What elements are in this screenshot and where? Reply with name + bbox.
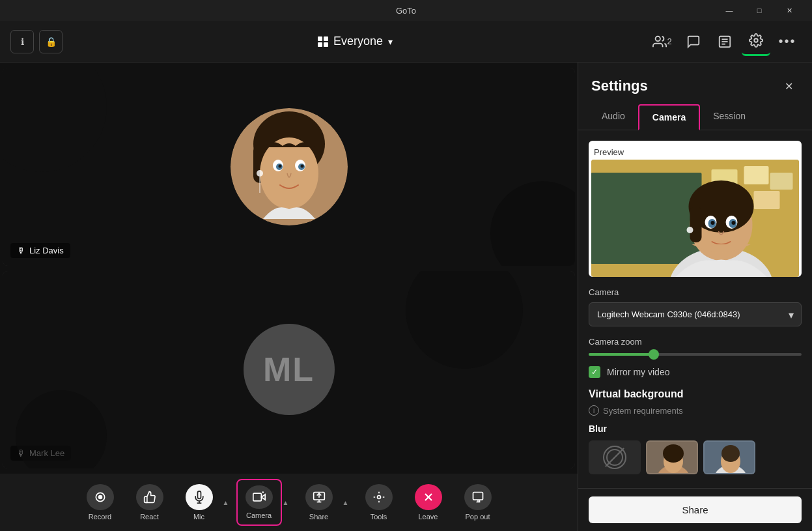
svg-point-17 <box>257 170 263 177</box>
svg-point-53 <box>687 227 693 233</box>
video-area: 🎙 Liz Davis ML 🎙 Mark Lee <box>0 63 578 531</box>
record-button[interactable]: Record <box>77 479 123 526</box>
mic-label: Mic <box>193 513 204 521</box>
mark-avatar: ML <box>244 324 335 415</box>
participants-button[interactable]: 2 <box>648 27 677 56</box>
svg-rect-36 <box>591 173 702 264</box>
record-icon <box>87 484 114 510</box>
everyone-label: Everyone <box>333 35 383 48</box>
minimize-button[interactable]: — <box>714 0 744 21</box>
share-footer: Share <box>578 488 812 531</box>
chat-button[interactable] <box>679 27 708 56</box>
info-icon: ℹ <box>21 36 24 47</box>
share-chevron-button[interactable]: ▲ <box>339 489 352 516</box>
mic-icon <box>186 484 213 510</box>
react-label: React <box>140 513 159 521</box>
settings-button[interactable] <box>742 27 770 56</box>
svg-line-55 <box>608 450 622 465</box>
tools-label: Tools <box>371 513 387 521</box>
info-icon-small: i <box>589 405 599 416</box>
svg-point-51 <box>711 221 715 225</box>
camera-group: Camera ▲ <box>236 479 292 526</box>
popout-icon <box>464 484 492 510</box>
bg-person-option-1[interactable] <box>646 440 698 474</box>
zoom-thumb[interactable] <box>649 349 659 360</box>
svg-point-16 <box>300 164 303 167</box>
leave-button[interactable]: Leave <box>406 479 451 526</box>
top-bar: ℹ 🔒 Everyone ▾ 2 <box>0 21 812 63</box>
svg-point-54 <box>607 450 623 465</box>
mirror-label: Mirror my video <box>607 367 669 377</box>
mirror-row: ✓ Mirror my video <box>589 366 802 378</box>
everyone-button[interactable]: Everyone ▾ <box>318 35 393 48</box>
bg-person-option-2[interactable] <box>703 440 755 474</box>
system-requirements[interactable]: i System requirements <box>589 405 802 416</box>
zoom-label: Camera zoom <box>589 337 802 347</box>
maximize-button[interactable]: □ <box>744 0 774 21</box>
more-button[interactable]: ••• <box>773 27 802 56</box>
share-group: Share ▲ <box>296 479 352 526</box>
svg-point-0 <box>656 36 660 40</box>
ellipsis-icon: ••• <box>778 34 796 49</box>
settings-header: Settings ✕ <box>578 63 812 104</box>
svg-rect-38 <box>744 166 769 184</box>
tools-icon <box>365 484 393 510</box>
camera-chevron-button[interactable]: ▲ <box>279 489 292 516</box>
mirror-checkbox[interactable]: ✓ <box>589 366 600 378</box>
react-button[interactable]: React <box>127 479 173 526</box>
zoom-fill <box>589 353 652 356</box>
video-panel-liz: 🎙 Liz Davis <box>3 68 575 266</box>
svg-point-52 <box>732 221 736 225</box>
window-controls: — □ ✕ <box>714 0 804 21</box>
share-label: Share <box>309 513 328 521</box>
tab-camera[interactable]: Camera <box>638 104 700 130</box>
camera-icon <box>245 485 273 509</box>
bg-options <box>589 440 802 474</box>
leave-icon <box>415 484 442 510</box>
svg-rect-41 <box>754 191 780 209</box>
preview-box: Preview <box>589 141 802 277</box>
close-button[interactable]: ✕ <box>774 0 804 21</box>
virtual-bg-title: Virtual background <box>589 388 802 400</box>
settings-close-button[interactable]: ✕ <box>778 76 799 96</box>
video-panel-mark: ML 🎙 Mark Lee <box>3 271 575 469</box>
camera-select[interactable]: Logitech Webcam C930e (046d:0843) Defaul… <box>589 302 802 326</box>
settings-panel: Settings ✕ Audio Camera Session Preview <box>578 63 812 531</box>
info-button[interactable]: ℹ <box>10 30 34 53</box>
mic-chevron-button[interactable]: ▲ <box>219 489 232 516</box>
svg-point-15 <box>278 164 281 167</box>
camera-label: Camera <box>589 287 802 297</box>
svg-point-20 <box>98 495 102 500</box>
popout-label: Pop out <box>466 513 490 521</box>
share-footer-button[interactable]: Share <box>589 496 802 523</box>
preview-label: Preview <box>591 143 799 160</box>
tab-session[interactable]: Session <box>700 104 759 130</box>
svg-marker-23 <box>261 495 265 500</box>
zoom-slider-track[interactable] <box>589 353 802 356</box>
share-icon <box>305 484 333 510</box>
blur-label: Blur <box>589 423 802 434</box>
top-bar-right: 2 ••• <box>648 27 802 56</box>
svg-rect-24 <box>253 493 261 501</box>
main-content: 🎙 Liz Davis ML 🎙 Mark Lee <box>0 63 812 531</box>
svg-rect-33 <box>473 493 483 500</box>
camera-button[interactable]: Camera <box>236 479 282 526</box>
mic-button[interactable]: Mic <box>176 479 222 526</box>
camera-label: Camera <box>246 511 272 519</box>
bg-none-option[interactable] <box>589 440 641 474</box>
liz-video-circle <box>231 108 348 225</box>
no-bg-icon <box>603 446 626 469</box>
react-icon <box>136 484 163 510</box>
tools-button[interactable]: Tools <box>356 479 402 526</box>
notes-button[interactable] <box>710 27 739 56</box>
svg-point-30 <box>377 496 380 499</box>
svg-point-63 <box>721 445 740 462</box>
toolbar: Record React <box>0 474 578 531</box>
tab-audio[interactable]: Audio <box>589 104 638 130</box>
popout-button[interactable]: Pop out <box>455 479 501 526</box>
share-button[interactable]: Share <box>296 479 342 526</box>
lock-icon: 🔒 <box>46 36 57 47</box>
app-title: GoTo <box>396 6 416 16</box>
svg-point-10 <box>260 137 318 209</box>
lock-button[interactable]: 🔒 <box>39 30 63 53</box>
